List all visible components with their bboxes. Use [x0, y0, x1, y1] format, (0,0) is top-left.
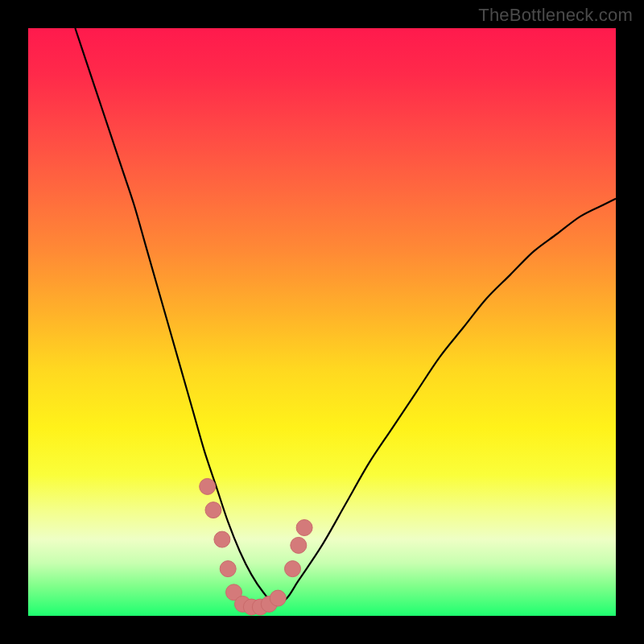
- marker-dot: [200, 478, 216, 494]
- watermark-text: TheBottleneck.com: [478, 5, 633, 26]
- curve-svg: [28, 28, 616, 616]
- marker-dot: [220, 561, 236, 577]
- marker-dot: [205, 502, 221, 518]
- marker-dot: [296, 520, 312, 536]
- marker-dot: [291, 537, 307, 553]
- plot-area: [28, 28, 616, 616]
- chart-frame: TheBottleneck.com: [0, 0, 644, 644]
- marker-dot: [270, 590, 286, 606]
- marker-dot: [214, 531, 230, 547]
- bottleneck-curve: [75, 28, 616, 605]
- curve-markers: [200, 478, 312, 615]
- marker-dot: [285, 561, 301, 577]
